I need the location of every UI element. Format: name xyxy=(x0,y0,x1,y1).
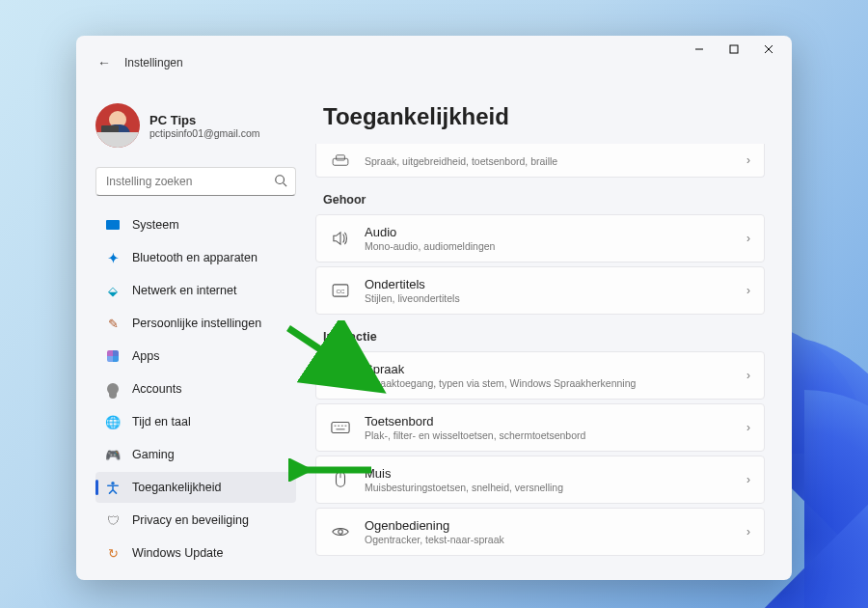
mouse-icon xyxy=(330,471,351,488)
card-title: Muis xyxy=(365,466,733,481)
card-sub: Ogentracker, tekst-naar-spraak xyxy=(365,534,733,545)
card-mouse[interactable]: Muis Muisbesturingstoetsen, snelheid, ve… xyxy=(315,456,765,504)
globe-icon: 🌐 xyxy=(105,414,121,429)
sidebar-item-label: Gaming xyxy=(132,448,175,461)
sidebar-item-label: Systeem xyxy=(132,218,179,232)
sidebar-item-network[interactable]: ⬙ Netwerk en internet xyxy=(95,275,296,306)
keyboard-icon xyxy=(330,421,351,434)
sidebar-item-label: Persoonlijke instellingen xyxy=(132,317,261,330)
sidebar-item-accounts[interactable]: Accounts xyxy=(95,373,296,404)
svg-rect-12 xyxy=(332,423,349,433)
sidebar-item-bluetooth[interactable]: ✦ Bluetooth en apparaten xyxy=(95,242,296,273)
section-label-gehoor: Gehoor xyxy=(323,193,765,207)
svg-point-4 xyxy=(276,176,285,184)
minimize-button[interactable] xyxy=(682,36,717,63)
svg-rect-7 xyxy=(333,158,348,165)
card-speech[interactable]: Spraak Spraaktoegang, typen via stem, Wi… xyxy=(315,351,765,400)
accounts-icon xyxy=(105,381,121,397)
chevron-right-icon: › xyxy=(746,421,750,434)
sidebar-item-label: Privacy en beveiliging xyxy=(132,513,249,527)
search-input[interactable] xyxy=(95,167,296,196)
card-sub: Stijlen, liveondertitels xyxy=(365,292,733,304)
eye-icon xyxy=(330,525,351,539)
mic-icon xyxy=(330,367,351,384)
sidebar-item-system[interactable]: Systeem xyxy=(95,209,296,240)
sidebar: PC Tips pctipsinfo01@gmail.com Systeem ✦… xyxy=(76,103,310,580)
profile-name: PC Tips xyxy=(149,113,260,127)
chevron-right-icon: › xyxy=(746,284,750,297)
sidebar-item-time[interactable]: 🌐 Tijd en taal xyxy=(95,406,296,437)
nav-list: Systeem ✦ Bluetooth en apparaten ⬙ Netwe… xyxy=(95,209,296,568)
svg-text:CC: CC xyxy=(337,288,345,294)
section-label-interactie: Interactie xyxy=(323,330,765,344)
card-narrator-partial[interactable]: Spraak, uitgebreidheid, toetsenbord, bra… xyxy=(315,144,765,178)
system-icon xyxy=(105,217,121,233)
svg-point-20 xyxy=(339,530,343,535)
breadcrumb[interactable]: ← Instellingen xyxy=(97,55,183,70)
sidebar-item-gaming[interactable]: 🎮 Gaming xyxy=(95,439,296,470)
card-title: Ogenbediening xyxy=(365,518,733,533)
settings-window: ← Instellingen PC Tips pctipsinfo01@gmai… xyxy=(76,36,792,580)
card-sub: Spraak, uitgebreidheid, toetsenbord, bra… xyxy=(365,155,733,167)
card-sub: Spraaktoegang, typen via stem, Windows S… xyxy=(365,377,733,389)
sidebar-item-label: Accounts xyxy=(132,382,181,396)
close-button[interactable] xyxy=(751,36,786,63)
sidebar-item-label: Bluetooth en apparaten xyxy=(132,251,258,264)
card-audio[interactable]: Audio Mono-audio, audiomeldingen › xyxy=(315,214,765,263)
card-sub: Mono-audio, audiomeldingen xyxy=(365,240,733,252)
chevron-right-icon: › xyxy=(746,232,750,245)
svg-point-6 xyxy=(111,482,115,485)
sidebar-item-personalization[interactable]: ✎ Persoonlijke instellingen xyxy=(95,308,296,339)
sidebar-item-privacy[interactable]: 🛡 Privacy en beveiliging xyxy=(95,505,296,536)
sidebar-item-update[interactable]: ↻ Windows Update xyxy=(95,538,296,568)
sidebar-item-accessibility[interactable]: Toegankelijkheid xyxy=(95,472,296,503)
card-eye-control[interactable]: Ogenbediening Ogentracker, tekst-naar-sp… xyxy=(315,508,765,556)
search-box xyxy=(95,167,296,196)
breadcrumb-label: Instellingen xyxy=(124,56,183,69)
accessibility-icon xyxy=(105,480,121,495)
card-sub: Muisbesturingstoetsen, snelheid, versnel… xyxy=(365,482,733,493)
titlebar xyxy=(76,36,792,63)
sidebar-item-label: Toegankelijkheid xyxy=(132,481,221,494)
chevron-right-icon: › xyxy=(746,525,750,539)
brush-icon: ✎ xyxy=(105,316,121,331)
sidebar-item-label: Apps xyxy=(132,349,160,363)
sidebar-item-apps[interactable]: Apps xyxy=(95,341,296,372)
card-sub: Plak-, filter- en wisseltoetsen, schermt… xyxy=(365,429,733,441)
card-title: Audio xyxy=(365,225,733,239)
network-icon: ⬙ xyxy=(105,283,121,298)
chevron-right-icon: › xyxy=(746,369,750,382)
sidebar-item-label: Windows Update xyxy=(132,546,224,560)
page-title: Toegankelijkheid xyxy=(323,103,765,130)
sidebar-item-label: Tijd en taal xyxy=(132,415,191,428)
narrator-icon xyxy=(330,153,351,167)
bluetooth-icon: ✦ xyxy=(105,250,121,265)
cc-icon: CC xyxy=(330,284,351,297)
svg-rect-11 xyxy=(338,368,342,376)
maximize-button[interactable] xyxy=(717,36,751,63)
card-title: Spraak xyxy=(365,362,733,376)
card-keyboard[interactable]: Toetsenbord Plak-, filter- en wisseltoet… xyxy=(315,403,765,452)
search-icon xyxy=(274,174,287,190)
profile-email: pctipsinfo01@gmail.com xyxy=(149,127,260,139)
chevron-right-icon: › xyxy=(746,473,750,486)
update-icon: ↻ xyxy=(105,545,121,561)
speaker-icon xyxy=(330,231,351,246)
avatar xyxy=(95,103,140,148)
apps-icon xyxy=(105,348,121,364)
sidebar-item-label: Netwerk en internet xyxy=(132,284,236,297)
card-captions[interactable]: CC Ondertitels Stijlen, liveondertitels … xyxy=(315,266,765,315)
gamepad-icon: 🎮 xyxy=(105,447,121,462)
profile-block[interactable]: PC Tips pctipsinfo01@gmail.com xyxy=(95,103,296,148)
back-arrow-icon: ← xyxy=(97,55,111,70)
main-pane: Toegankelijkheid Spraak, uitgebreidheid,… xyxy=(310,103,792,580)
card-title: Ondertitels xyxy=(365,277,733,291)
shield-icon: 🛡 xyxy=(105,512,121,528)
card-title: Toetsenbord xyxy=(365,414,733,428)
chevron-right-icon: › xyxy=(746,153,750,167)
svg-rect-8 xyxy=(337,155,345,160)
svg-rect-1 xyxy=(730,45,738,53)
svg-line-5 xyxy=(284,183,287,187)
